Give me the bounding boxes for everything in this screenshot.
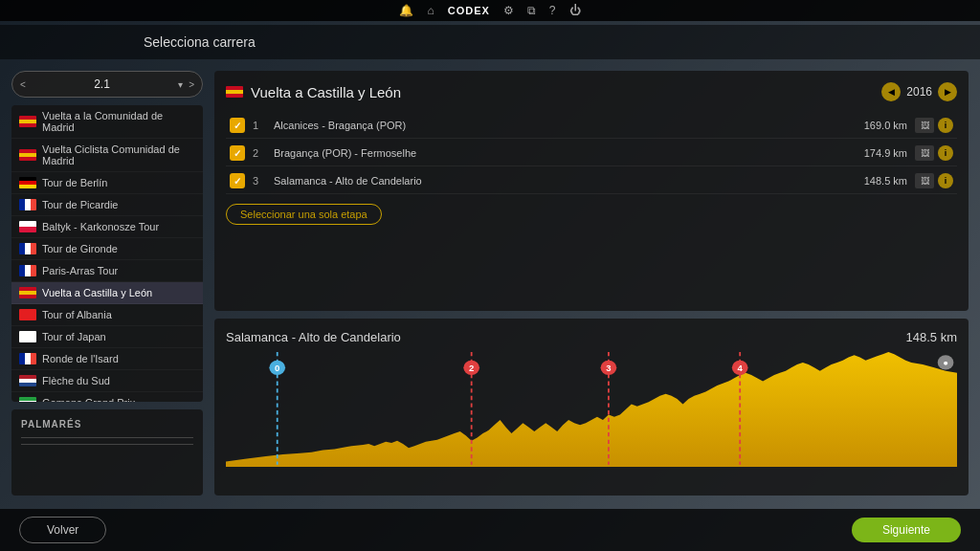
race-name-label: Tour of Japan <box>42 331 195 342</box>
race-flag-icon <box>19 221 36 232</box>
race-name-label: Flèche du Sud <box>42 375 195 386</box>
race-list-item[interactable]: Vuelta a la Comunidad de Madrid <box>11 105 203 139</box>
stage-name-label: Salamanca - Alto de Candelario <box>274 175 842 187</box>
stage-checkbox[interactable]: ✓ <box>230 118 245 133</box>
category-next-arrow[interactable]: > <box>189 79 194 90</box>
right-panel: Vuelta a Castilla y León ◀ 2016 ▶ ✓1Alca… <box>214 71 969 496</box>
page-title-text: Selecciona carrera <box>144 34 256 50</box>
race-list-item[interactable]: Tour de Picardie <box>11 194 203 216</box>
elevation-distance: 148.5 km <box>906 330 957 344</box>
race-flag-icon <box>19 375 36 386</box>
stage-distance: 148.5 km <box>850 175 907 187</box>
elevation-panel: Salamanca - Alto de Candelario 148.5 km <box>214 319 969 496</box>
race-flag-icon <box>19 149 36 161</box>
race-name-label: Tour de Gironde <box>42 243 195 254</box>
race-flag <box>226 86 243 98</box>
select-stage-button[interactable]: Seleccionar una sola etapa <box>226 204 382 225</box>
stage-image-btn[interactable]: 🖼 <box>915 145 934 161</box>
race-flag-icon <box>19 116 36 127</box>
elevation-chart: 0 2 3 4 ● <box>226 352 957 467</box>
checkmark-icon: ✓ <box>234 176 241 187</box>
race-list-item[interactable]: Ronde de l'Isard <box>11 348 203 370</box>
back-button[interactable]: Volver <box>19 517 106 543</box>
race-name-label: Gemenc Grand Prix <box>42 397 195 402</box>
race-name-label: Vuelta a la Comunidad de Madrid <box>42 110 195 133</box>
stage-distance: 174.9 km <box>850 147 907 159</box>
svg-text:●: ● <box>943 359 948 368</box>
year-display: 2016 <box>906 85 932 99</box>
race-detail-header: Vuelta a Castilla y León ◀ 2016 ▶ <box>226 82 957 101</box>
stage-name-label: Alcanices - Bragança (POR) <box>274 120 842 131</box>
stage-action-icons: 🖼i <box>915 173 953 188</box>
next-button[interactable]: Siguiente <box>852 518 961 542</box>
race-list-item[interactable]: Tour of Japan <box>11 326 203 348</box>
stage-info-btn[interactable]: i <box>938 118 953 133</box>
race-name-label: Tour de Picardie <box>42 199 195 210</box>
elevation-stage-name: Salamanca - Alto de Candelario <box>226 330 401 344</box>
race-name-label: Tour de Berlín <box>42 177 195 188</box>
stage-number: 2 <box>253 147 266 159</box>
stage-action-icons: 🖼i <box>915 145 953 161</box>
svg-text:2: 2 <box>469 364 474 373</box>
race-title-area: Vuelta a Castilla y León <box>226 84 401 100</box>
race-flag-icon <box>19 397 36 402</box>
main-content: < 2.1 ▾ > Vuelta a la Comunidad de Madri… <box>0 59 980 507</box>
power-icon[interactable]: ⏻ <box>569 4 581 17</box>
palmares-title: PALMARÉS <box>21 419 193 430</box>
race-flag-icon <box>19 353 36 364</box>
race-list-item[interactable]: Paris-Arras Tour <box>11 260 203 282</box>
stage-action-icons: 🖼i <box>915 118 953 133</box>
year-prev-btn[interactable]: ◀ <box>881 82 901 101</box>
svg-text:0: 0 <box>275 364 279 373</box>
question-icon[interactable]: ? <box>549 4 556 17</box>
stage-image-btn[interactable]: 🖼 <box>915 118 934 133</box>
top-bar: 🔔 ⌂ CODEX ⚙ ⧉ ? ⏻ <box>0 0 980 21</box>
race-list-item[interactable]: Gemenc Grand Prix <box>11 392 203 402</box>
stage-checkbox[interactable]: ✓ <box>230 173 245 188</box>
race-flag-icon <box>19 309 36 320</box>
race-name-label: Vuelta a Castilla y León <box>42 287 195 298</box>
race-list-item[interactable]: Vuelta Ciclista Comunidad de Madrid <box>11 139 203 172</box>
svg-text:3: 3 <box>606 364 611 373</box>
bell-icon[interactable]: 🔔 <box>399 4 413 17</box>
race-list[interactable]: Vuelta a la Comunidad de MadridVuelta Ci… <box>11 105 203 402</box>
race-list-item[interactable]: Vuelta a Castilla y León <box>11 282 203 304</box>
category-chevron[interactable]: ▾ <box>178 79 183 90</box>
stage-info-btn[interactable]: i <box>938 173 953 188</box>
race-name-label: Vuelta Ciclista Comunidad de Madrid <box>42 143 195 166</box>
stage-name-label: Bragança (POR) - Fermoselhe <box>274 147 842 159</box>
race-list-item[interactable]: Baltyk - Karkonosze Tour <box>11 216 203 238</box>
home-icon[interactable]: ⌂ <box>427 4 434 17</box>
category-value: 2.1 <box>94 77 110 91</box>
svg-marker-0 <box>226 352 957 467</box>
stage-list: ✓1Alcanices - Bragança (POR)169.0 km🖼i✓2… <box>226 113 957 194</box>
stage-number: 3 <box>253 175 266 187</box>
palmares-divider2 <box>21 444 193 445</box>
race-list-item[interactable]: Tour de Gironde <box>11 238 203 260</box>
stage-image-btn[interactable]: 🖼 <box>915 173 934 188</box>
race-list-item[interactable]: Tour of Albania <box>11 304 203 326</box>
stage-number: 1 <box>253 120 266 131</box>
copy-icon[interactable]: ⧉ <box>527 4 536 17</box>
left-panel: < 2.1 ▾ > Vuelta a la Comunidad de Madri… <box>11 71 203 496</box>
stage-distance: 169.0 km <box>850 120 907 131</box>
race-list-item[interactable]: Tour de Berlín <box>11 172 203 194</box>
category-dropdown[interactable]: < 2.1 ▾ > <box>11 71 203 98</box>
race-name-label: Tour of Albania <box>42 309 195 320</box>
race-name-label: Paris-Arras Tour <box>42 265 195 276</box>
palmares-section: PALMARÉS <box>11 409 203 496</box>
race-flag-icon <box>19 331 36 342</box>
race-list-item[interactable]: Flèche du Sud <box>11 370 203 392</box>
page-header: Selecciona carrera <box>0 25 980 59</box>
race-name-label: Ronde de l'Isard <box>42 353 195 364</box>
year-selector: ◀ 2016 ▶ <box>881 82 957 101</box>
gear-icon[interactable]: ⚙ <box>503 4 514 17</box>
stage-checkbox[interactable]: ✓ <box>230 145 245 161</box>
checkmark-icon: ✓ <box>234 121 241 131</box>
stage-list-item: ✓2Bragança (POR) - Fermoselhe174.9 km🖼i <box>226 141 957 166</box>
category-prev-arrow[interactable]: < <box>20 79 26 90</box>
stage-info-btn[interactable]: i <box>938 145 953 161</box>
year-next-btn[interactable]: ▶ <box>938 82 957 101</box>
race-name-label: Baltyk - Karkonosze Tour <box>42 221 195 232</box>
race-detail-panel: Vuelta a Castilla y León ◀ 2016 ▶ ✓1Alca… <box>214 71 969 311</box>
